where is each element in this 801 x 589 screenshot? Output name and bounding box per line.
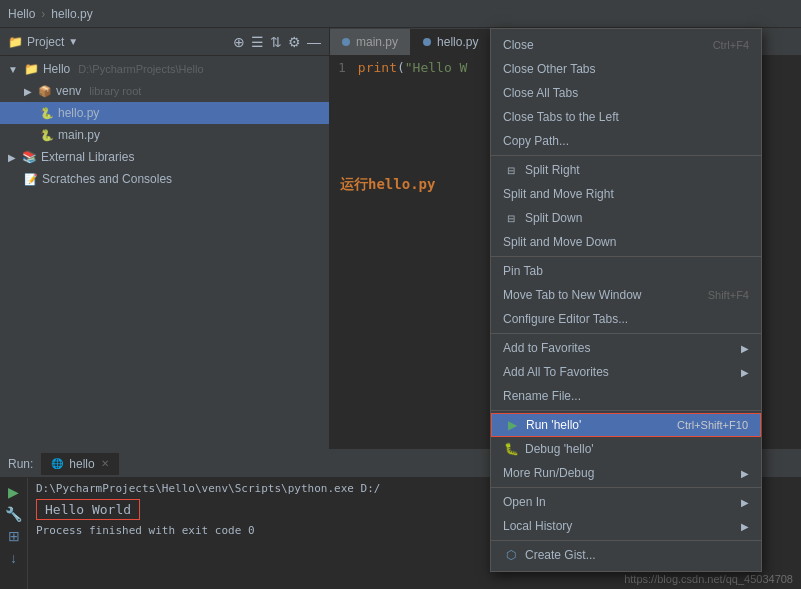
context-menu: Close Ctrl+F4 Close Other Tabs Close All… — [490, 28, 762, 572]
menu-item-close-all[interactable]: Close All Tabs — [491, 81, 761, 105]
code-string: "Hello W — [405, 60, 468, 75]
menu-item-add-all-favorites[interactable]: Add All To Favorites ▶ — [491, 360, 761, 384]
menu-sep-1 — [491, 155, 761, 156]
minus-icon[interactable]: — — [307, 34, 321, 50]
folder-icon: 📁 — [8, 35, 23, 49]
main-py-label: main.py — [58, 128, 100, 142]
debug-hello-icon: 🐛 — [503, 442, 519, 456]
sidebar-project-label: Project — [27, 35, 64, 49]
hello-py-label: hello.py — [58, 106, 99, 120]
hello-world-text: Hello World — [45, 502, 131, 517]
tab-main-py[interactable]: main.py — [330, 29, 411, 55]
menu-item-close[interactable]: Close Ctrl+F4 — [491, 33, 761, 57]
chevron-right-icon: ▶ — [24, 86, 32, 97]
run-tool-icon[interactable]: 🔧 — [5, 506, 22, 522]
split-down-label: Split Down — [525, 211, 582, 225]
run-tab-icon: 🌐 — [51, 458, 63, 469]
rename-label: Rename File... — [503, 389, 581, 403]
ext-libs-icon: 📚 — [22, 150, 37, 164]
split-right-icon: ⊟ — [503, 165, 519, 176]
hello-world-box: Hello World — [36, 499, 140, 520]
open-in-label: Open In — [503, 495, 546, 509]
hello-folder-path: D:\PycharmProjects\Hello — [78, 63, 203, 75]
run-tab-close-icon[interactable]: ✕ — [101, 458, 109, 469]
copy-path-label: Copy Path... — [503, 134, 569, 148]
code-print-kw: print — [358, 60, 397, 75]
tree-item-hello[interactable]: ▼ 📁 Hello D:\PycharmProjects\Hello — [0, 58, 329, 80]
menu-item-more-run[interactable]: More Run/Debug ▶ — [491, 461, 761, 485]
tree-item-scratches[interactable]: 📝 Scratches and Consoles — [0, 168, 329, 190]
tab-main-py-icon — [342, 38, 350, 46]
ext-libs-chevron-icon: ▶ — [8, 152, 16, 163]
add-all-favorites-label: Add All To Favorites — [503, 365, 609, 379]
menu-item-configure-tabs[interactable]: Configure Editor Tabs... — [491, 307, 761, 331]
debug-hello-label: Debug 'hello' — [525, 442, 594, 456]
run-down-icon[interactable]: ↓ — [10, 550, 17, 566]
split-down-icon: ⊟ — [503, 213, 519, 224]
tree-item-venv[interactable]: ▶ 📦 venv library root — [0, 80, 329, 102]
menu-item-rename[interactable]: Rename File... — [491, 384, 761, 408]
sidebar-header-left: 📁 Project ▼ — [8, 35, 78, 49]
venv-icon: 📦 — [38, 85, 52, 98]
run-tab-label: hello — [69, 457, 94, 471]
run-hello-shortcut: Ctrl+Shift+F10 — [677, 419, 748, 431]
more-run-arrow-icon: ▶ — [741, 468, 749, 479]
breadcrumb-hello: Hello — [8, 7, 35, 21]
run-play-icon[interactable]: ▶ — [8, 484, 19, 500]
tree-item-main-py[interactable]: 🐍 main.py — [0, 124, 329, 146]
run-tab-hello[interactable]: 🌐 hello ✕ — [41, 453, 118, 475]
menu-sep-3 — [491, 333, 761, 334]
scratches-icon: 📝 — [24, 173, 38, 186]
run-label: Run: — [8, 457, 33, 471]
menu-item-add-favorites[interactable]: Add to Favorites ▶ — [491, 336, 761, 360]
pin-tab-label: Pin Tab — [503, 264, 543, 278]
line-number-1: 1 — [338, 60, 346, 75]
menu-item-move-tab[interactable]: Move Tab to New Window Shift+F4 — [491, 283, 761, 307]
menu-sep-4 — [491, 410, 761, 411]
tree-item-ext-libs[interactable]: ▶ 📚 External Libraries — [0, 146, 329, 168]
menu-item-debug-hello[interactable]: 🐛 Debug 'hello' — [491, 437, 761, 461]
create-gist-label: Create Gist... — [525, 548, 596, 562]
sort-icon[interactable]: ⇅ — [270, 34, 282, 50]
main-py-file-icon: 🐍 — [40, 129, 54, 142]
tab-main-py-label: main.py — [356, 35, 398, 49]
close-other-label: Close Other Tabs — [503, 62, 596, 76]
close-left-label: Close Tabs to the Left — [503, 110, 619, 124]
gear-icon[interactable]: ⚙ — [288, 34, 301, 50]
menu-item-run-hello[interactable]: ▶ Run 'hello' Ctrl+Shift+F10 — [491, 413, 761, 437]
gist-icon: ⬡ — [503, 548, 519, 562]
menu-item-split-move-down[interactable]: Split and Move Down — [491, 230, 761, 254]
tab-hello-py[interactable]: hello.py — [411, 29, 491, 55]
py-file-icon: 🐍 — [40, 107, 54, 120]
menu-item-split-right[interactable]: ⊟ Split Right — [491, 158, 761, 182]
menu-sep-6 — [491, 540, 761, 541]
run-hello-label: Run 'hello' — [526, 418, 581, 432]
menu-item-close-other[interactable]: Close Other Tabs — [491, 57, 761, 81]
hello-folder-label: Hello — [43, 62, 70, 76]
add-favorites-arrow-icon: ▶ — [741, 343, 749, 354]
menu-item-local-history[interactable]: Local History ▶ — [491, 514, 761, 538]
sidebar-header: 📁 Project ▼ ⊕ ☰ ⇅ ⚙ — — [0, 28, 329, 56]
close-label: Close — [503, 38, 534, 52]
split-right-label: Split Right — [525, 163, 580, 177]
tree-item-hello-py[interactable]: 🐍 hello.py — [0, 102, 329, 124]
menu-item-close-left[interactable]: Close Tabs to the Left — [491, 105, 761, 129]
code-paren-open: ( — [397, 60, 405, 75]
more-run-label: More Run/Debug — [503, 466, 594, 480]
hello-folder-icon: 📁 — [24, 62, 39, 76]
menu-item-copy-path[interactable]: Copy Path... — [491, 129, 761, 153]
open-in-arrow-icon: ▶ — [741, 497, 749, 508]
menu-sep-2 — [491, 256, 761, 257]
run-hello-icon: ▶ — [504, 418, 520, 432]
menu-item-split-move-right[interactable]: Split and Move Right — [491, 182, 761, 206]
menu-item-create-gist[interactable]: ⬡ Create Gist... — [491, 543, 761, 567]
chevron-down-icon: ▼ — [8, 64, 18, 75]
sync-icon[interactable]: ⊕ — [233, 34, 245, 50]
menu-item-pin-tab[interactable]: Pin Tab — [491, 259, 761, 283]
list-icon[interactable]: ☰ — [251, 34, 264, 50]
run-scroll-icon[interactable]: ⊞ — [8, 528, 20, 544]
scratches-label: Scratches and Consoles — [42, 172, 172, 186]
ext-libs-label: External Libraries — [41, 150, 134, 164]
menu-item-open-in[interactable]: Open In ▶ — [491, 490, 761, 514]
menu-item-split-down[interactable]: ⊟ Split Down — [491, 206, 761, 230]
